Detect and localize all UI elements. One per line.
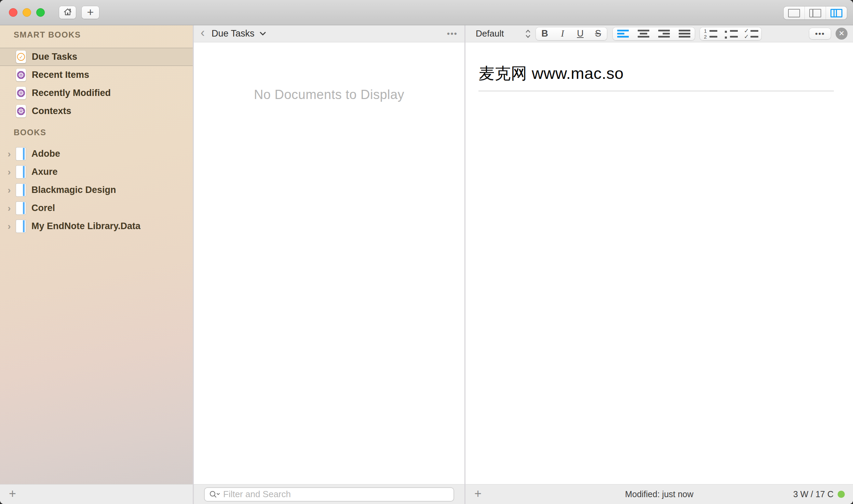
list-more-actions-button[interactable]: ••• xyxy=(447,29,458,39)
book-icon xyxy=(16,220,26,233)
list-button-group: 1 2 ✓ ✓ xyxy=(700,27,761,40)
editor-more-actions-button[interactable]: ••• xyxy=(809,28,831,39)
smart-book-gear-icon xyxy=(16,105,26,117)
numbered-list-button[interactable]: 1 2 xyxy=(700,27,720,40)
disclosure-chevron-icon[interactable]: › xyxy=(5,167,14,177)
traffic-lights xyxy=(9,8,45,17)
three-pane-icon xyxy=(830,9,842,17)
note-title[interactable]: 麦克网 www.mac.so xyxy=(478,63,834,92)
search-icon xyxy=(209,490,220,499)
bold-button[interactable]: B xyxy=(536,27,554,40)
strikethrough-button[interactable]: S xyxy=(589,27,607,40)
due-tasks-icon: ✓ xyxy=(16,51,26,63)
align-left-icon xyxy=(617,30,629,38)
numbered-list-icon: 1 2 xyxy=(703,29,717,39)
sidebar-bottombar: + xyxy=(0,484,193,504)
disclosure-chevron-icon[interactable]: › xyxy=(5,149,14,159)
document-list-bottombar xyxy=(194,484,464,504)
stepper-chevrons-icon xyxy=(525,28,531,39)
note-editor[interactable]: 麦克网 www.mac.so xyxy=(465,42,853,484)
sidebar-item-recently-modified[interactable]: Recently Modified xyxy=(0,84,193,102)
justify-button[interactable] xyxy=(674,27,695,40)
check-icon: ✓ xyxy=(19,54,23,60)
align-right-icon xyxy=(658,30,670,38)
editor-toolbar: Default B I U S xyxy=(465,25,853,42)
book-icon xyxy=(16,184,26,196)
home-icon xyxy=(63,7,72,18)
checklist-button[interactable]: ✓ ✓ xyxy=(741,27,761,40)
sidebar: SMART BOOKS ✓ Due Tasks xyxy=(0,25,193,504)
sidebar-item-contexts[interactable]: Contexts xyxy=(0,102,193,120)
sidebar-book-adobe[interactable]: › Adobe xyxy=(0,145,193,163)
underline-button[interactable]: U xyxy=(571,27,589,40)
justify-icon xyxy=(679,30,690,38)
close-icon: ✕ xyxy=(839,29,845,38)
bulleted-list-icon xyxy=(723,29,738,39)
close-window-button[interactable] xyxy=(9,8,17,17)
document-list-pane: ‹ Due Tasks ••• No Documents to Display xyxy=(194,25,464,504)
books-header: BOOKS xyxy=(14,128,193,137)
view-two-pane-button[interactable] xyxy=(804,6,826,19)
paragraph-style-value: Default xyxy=(476,28,513,39)
document-list-title: Due Tasks xyxy=(212,28,255,39)
disclosure-chevron-icon[interactable]: › xyxy=(5,222,14,231)
document-list-header: ‹ Due Tasks ••• xyxy=(194,25,464,42)
align-center-button[interactable] xyxy=(633,27,654,40)
list-title-dropdown-button[interactable] xyxy=(259,31,267,36)
book-icon xyxy=(16,166,26,178)
view-three-pane-button[interactable] xyxy=(826,6,847,19)
editor-statusbar: + Modified: just now 3 W / 17 C xyxy=(465,484,853,504)
sidebar-book-axure[interactable]: › Axure xyxy=(0,163,193,181)
sidebar-book-blackmagic-design[interactable]: › Blackmagic Design xyxy=(0,181,193,199)
chevron-down-icon xyxy=(259,31,267,36)
italic-button[interactable]: I xyxy=(554,27,571,40)
word-count: 3 W / 17 C xyxy=(793,489,834,499)
saved-indicator xyxy=(838,491,845,498)
book-icon xyxy=(16,148,26,160)
sidebar-item-due-tasks[interactable]: ✓ Due Tasks xyxy=(0,48,193,66)
search-input[interactable] xyxy=(223,489,450,500)
new-book-button[interactable]: + xyxy=(82,6,99,19)
align-right-button[interactable] xyxy=(654,27,674,40)
two-pane-icon xyxy=(809,9,821,17)
smart-books-header: SMART BOOKS xyxy=(14,30,193,40)
document-list-content: No Documents to Display xyxy=(194,42,464,484)
single-pane-icon xyxy=(788,9,800,17)
home-button[interactable] xyxy=(59,6,76,19)
plus-icon: + xyxy=(87,5,94,19)
back-button[interactable]: ‹ xyxy=(201,27,205,41)
smart-book-gear-icon xyxy=(16,87,26,99)
app-window: + SMART BOOKS ✓ xyxy=(0,0,853,504)
view-single-pane-button[interactable] xyxy=(784,6,804,19)
add-book-button[interactable]: + xyxy=(7,488,18,501)
alignment-button-group xyxy=(613,27,695,40)
checklist-icon: ✓ ✓ xyxy=(744,29,758,39)
minimize-window-button[interactable] xyxy=(23,8,31,17)
align-left-button[interactable] xyxy=(613,27,633,40)
bulleted-list-button[interactable] xyxy=(720,27,741,40)
editor-pane: Default B I U S xyxy=(465,25,853,504)
filter-search-field[interactable] xyxy=(204,487,454,502)
sidebar-book-corel[interactable]: › Corel xyxy=(0,199,193,217)
paragraph-style-popup[interactable]: Default xyxy=(476,28,531,39)
close-editor-button[interactable]: ✕ xyxy=(836,28,848,40)
empty-list-message: No Documents to Display xyxy=(194,87,464,102)
align-center-icon xyxy=(638,30,649,38)
zoom-window-button[interactable] xyxy=(36,8,45,17)
sidebar-item-recent-items[interactable]: Recent Items xyxy=(0,66,193,84)
book-icon xyxy=(16,202,26,214)
pane-view-switcher xyxy=(784,6,847,19)
sidebar-book-endnote-library[interactable]: › My EndNote Library.Data xyxy=(0,217,193,235)
titlebar: + xyxy=(0,0,853,25)
disclosure-chevron-icon[interactable]: › xyxy=(5,204,14,213)
smart-book-gear-icon xyxy=(16,69,26,81)
format-button-group: B I U S xyxy=(536,27,607,40)
disclosure-chevron-icon[interactable]: › xyxy=(5,185,14,195)
